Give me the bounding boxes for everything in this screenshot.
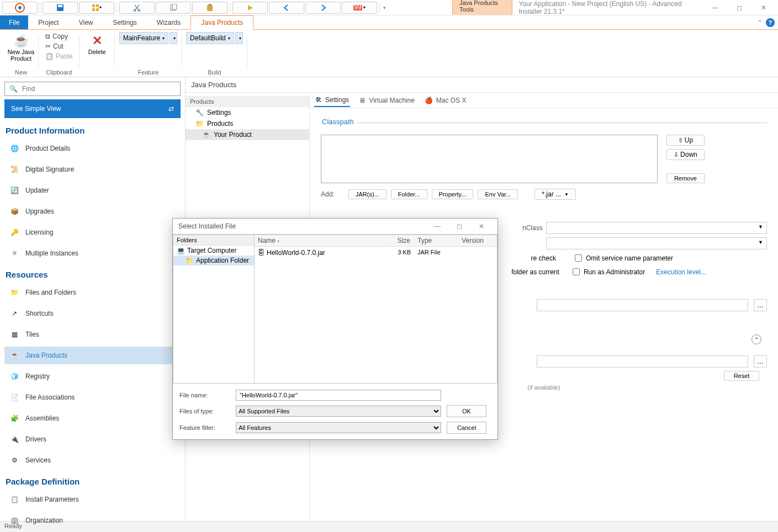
add-property-button[interactable]: Property...: [432, 189, 474, 199]
feature-combo-split[interactable]: ▾: [170, 32, 177, 44]
down-button[interactable]: ⇩ Down: [666, 149, 705, 160]
tree-products[interactable]: 📁Products: [186, 118, 309, 129]
dialog-titlebar[interactable]: Select Installed File — ◻ ✕: [173, 219, 498, 234]
nav-files-folders[interactable]: 📁Files and Folders: [4, 284, 181, 301]
find-box[interactable]: 🔍: [4, 82, 181, 96]
subtab-macosx[interactable]: 🍎Mac OS X: [424, 94, 468, 107]
ribbon-group-feature: MainFeature▾ ▾ Feature: [115, 32, 182, 77]
up-button[interactable]: ⇧ Up: [666, 135, 705, 146]
dialog-close[interactable]: ✕: [471, 220, 492, 233]
tree-settings[interactable]: 🔧Settings: [186, 107, 309, 118]
build-combo-split[interactable]: ▾: [235, 32, 243, 44]
sig-check-label: re check: [531, 254, 556, 262]
featurefilter-label: Feature filter:: [179, 424, 230, 431]
file-row[interactable]: 🗄HelloWorld-0.7.0.jar 3 KB JAR File: [255, 247, 497, 259]
nav-drivers[interactable]: 🔌Drivers: [4, 430, 181, 448]
path-input-2[interactable]: [537, 355, 748, 368]
tiles-icon: ▦: [9, 329, 20, 340]
nav-assemblies[interactable]: 🧩Assemblies: [4, 409, 181, 427]
generic-combo-2[interactable]: ▼: [546, 237, 767, 249]
help-icon[interactable]: ?: [766, 18, 775, 27]
nav-services[interactable]: ⚙Services: [4, 451, 181, 469]
close-button[interactable]: ✕: [751, 0, 776, 15]
path-input-1[interactable]: [537, 299, 748, 311]
filetype-select[interactable]: All Supported Files: [236, 406, 441, 417]
ok-button[interactable]: OK: [447, 405, 486, 417]
nav-updater[interactable]: 🔄Updater: [4, 182, 181, 199]
copy-qat-icon[interactable]: [156, 2, 191, 14]
featurefilter-select[interactable]: All Features: [236, 422, 441, 433]
col-name[interactable]: Name ▾: [255, 235, 387, 246]
feature-combo[interactable]: MainFeature▾: [119, 32, 168, 44]
nav-registry[interactable]: 🧊Registry: [4, 368, 181, 385]
collapse-ribbon-icon[interactable]: ⌃: [757, 19, 763, 26]
run-admin-checkbox[interactable]: Run as Administrator: [570, 267, 645, 277]
add-envvar-button[interactable]: Env Var...: [478, 189, 518, 199]
browse-button-1[interactable]: …: [754, 299, 767, 311]
build-combo[interactable]: DefaultBuild▾: [186, 32, 234, 44]
maximize-button[interactable]: ◻: [727, 0, 751, 15]
app-icon[interactable]: [2, 2, 38, 14]
ribbon: ☕ New Java Product New ⧉Copy ✂Cut 📋Paste…: [0, 30, 778, 77]
nav-tiles[interactable]: ▦Tiles: [4, 326, 181, 343]
dialog-minimize[interactable]: —: [427, 220, 448, 233]
tab-wizards[interactable]: Wizards: [147, 15, 190, 29]
back-icon[interactable]: [269, 2, 304, 14]
nav-install-params[interactable]: 📋Install Parameters: [4, 491, 181, 508]
find-input[interactable]: [21, 84, 176, 93]
grid-icon[interactable]: ▾: [79, 2, 114, 14]
coffee-icon: ☕: [13, 33, 29, 49]
nav-licensing[interactable]: 🔑Licensing: [4, 224, 181, 241]
class-combo[interactable]: nClass ▼: [546, 222, 767, 234]
badge-icon[interactable]: 99▾: [342, 2, 377, 14]
tab-settings[interactable]: Settings: [103, 15, 147, 29]
minimize-button[interactable]: —: [703, 0, 727, 15]
subtab-vm[interactable]: 🖥Virtual Machine: [358, 94, 416, 107]
delete-button[interactable]: ✕ Delete: [84, 32, 110, 56]
forward-icon[interactable]: [305, 2, 341, 14]
tab-java-products[interactable]: Java Products: [190, 15, 253, 30]
nav-digital-signature[interactable]: 📜Digital Signature: [4, 161, 181, 178]
add-folder-button[interactable]: Folder...: [391, 189, 427, 199]
save-icon[interactable]: [43, 2, 78, 14]
nav-java-products[interactable]: ☕Java Products: [4, 347, 181, 364]
cancel-button[interactable]: Cancel: [447, 422, 486, 434]
simple-view-button[interactable]: See Simple View ⇄: [4, 99, 181, 118]
col-version[interactable]: Version: [458, 235, 497, 246]
tab-view[interactable]: View: [69, 15, 103, 29]
key-icon: 🔑: [9, 227, 20, 238]
filter-combo[interactable]: *.jar ...▼: [534, 189, 576, 200]
copy-button[interactable]: ⧉Copy: [43, 32, 75, 41]
col-size[interactable]: Size: [387, 235, 414, 246]
reset-button[interactable]: Reset: [724, 371, 759, 381]
paste-qat-icon[interactable]: [192, 2, 227, 14]
paste-button[interactable]: 📋Paste: [43, 52, 75, 61]
tree-your-product[interactable]: ☕Your Product: [186, 129, 309, 140]
context-tab[interactable]: Java Products Tools: [452, 0, 512, 15]
tree-application-folder[interactable]: 📁Application Folder: [173, 256, 254, 265]
add-jar-button[interactable]: JAR(s)...: [348, 189, 387, 199]
exec-level-link[interactable]: Execution level...: [656, 268, 706, 276]
new-java-product-button[interactable]: ☕ New Java Product: [8, 32, 34, 63]
run-icon[interactable]: [232, 2, 268, 14]
classpath-listbox[interactable]: [321, 135, 658, 183]
cut-qat-icon[interactable]: [119, 2, 155, 14]
nav-multiple-instances[interactable]: ⚛Multiple Instances: [4, 244, 181, 262]
tree-target-computer[interactable]: 💻Target Computer: [173, 246, 254, 256]
file-tab[interactable]: File: [0, 15, 28, 29]
nav-product-details[interactable]: 🌐Product Details: [4, 140, 181, 157]
nav-organization[interactable]: 🏢Organization: [4, 512, 181, 529]
dialog-maximize[interactable]: ◻: [449, 220, 470, 233]
filename-input[interactable]: [236, 390, 441, 401]
nav-file-associations[interactable]: 📄File Associations: [4, 389, 181, 406]
nav-shortcuts[interactable]: ↗Shortcuts: [4, 305, 181, 322]
nav-upgrades[interactable]: 📦Upgrades: [4, 203, 181, 220]
subtab-settings[interactable]: 🛠Settings: [314, 94, 350, 107]
tab-project[interactable]: Project: [28, 15, 68, 29]
collapse-toggle[interactable]: ⌃: [751, 334, 761, 344]
browse-button-2[interactable]: …: [754, 355, 767, 368]
remove-button[interactable]: Remove: [666, 173, 705, 183]
col-type[interactable]: Type: [414, 235, 458, 246]
omit-param-checkbox[interactable]: Omit service name parameter: [573, 253, 673, 263]
cut-button[interactable]: ✂Cut: [43, 42, 75, 51]
